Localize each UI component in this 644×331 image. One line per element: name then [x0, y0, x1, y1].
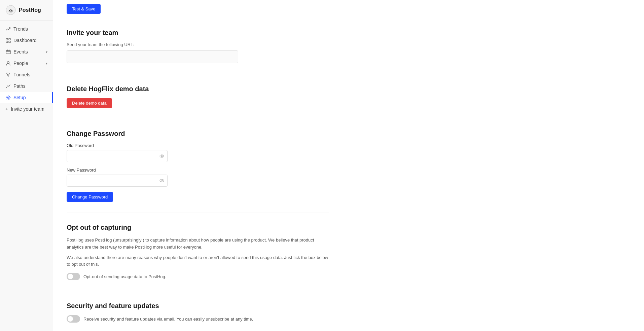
security-toggle-label: Receive security and feature updates via…	[83, 317, 253, 322]
old-password-wrap	[67, 150, 168, 162]
old-password-input[interactable]	[67, 150, 168, 162]
events-chevron: ▾	[46, 50, 47, 54]
new-password-wrap	[67, 175, 168, 187]
invite-label: Invite your team	[11, 106, 44, 112]
new-password-input[interactable]	[67, 175, 168, 187]
people-icon	[5, 61, 11, 66]
sidebar-item-paths[interactable]: Paths	[0, 80, 53, 92]
new-password-label: New Password	[67, 168, 329, 173]
opt-out-toggle[interactable]	[67, 273, 80, 280]
security-toggle-track[interactable]	[67, 315, 80, 323]
opt-out-toggle-track[interactable]	[67, 273, 80, 280]
invite-url-input[interactable]	[67, 50, 238, 63]
svg-rect-6	[6, 41, 8, 43]
main-content: Test & Save Invite your team Send your t…	[53, 0, 644, 331]
svg-rect-4	[6, 38, 8, 40]
opt-out-toggle-label: Opt-out of sending usage data to PostHog…	[83, 274, 166, 279]
sidebar-nav: Trends Dashboard	[0, 21, 53, 331]
trends-label: Trends	[13, 26, 28, 32]
svg-point-12	[7, 62, 9, 64]
old-password-group: Old Password	[67, 143, 329, 162]
svg-point-3	[9, 11, 12, 12]
svg-rect-5	[9, 38, 10, 40]
svg-rect-7	[9, 41, 10, 43]
invite-team-title: Invite your team	[67, 29, 329, 37]
posthog-logo-icon	[5, 5, 16, 15]
people-label: People	[13, 61, 28, 66]
sidebar-item-events[interactable]: Events ▾	[0, 46, 53, 58]
svg-point-17	[161, 180, 163, 181]
svg-point-2	[11, 10, 12, 11]
svg-rect-8	[6, 50, 10, 54]
sidebar-item-setup[interactable]: Setup	[0, 92, 53, 103]
opt-out-toggle-thumb	[68, 274, 73, 279]
change-password-title: Change Password	[67, 130, 329, 138]
old-password-eye-icon[interactable]	[159, 154, 164, 158]
setup-icon	[5, 95, 11, 100]
old-password-label: Old Password	[67, 143, 329, 148]
section-opt-out: Opt out of capturing PostHog uses PostHo…	[67, 213, 329, 291]
section-invite-team: Invite your team Send your team the foll…	[67, 18, 329, 74]
paths-icon	[5, 83, 11, 89]
sidebar-item-people[interactable]: People ▾	[0, 58, 53, 69]
dashboard-icon	[5, 38, 11, 43]
sidebar-item-trends[interactable]: Trends	[0, 23, 53, 35]
delete-demo-button[interactable]: Delete demo data	[67, 98, 112, 108]
sidebar: PostHog Trends Dashboard	[0, 0, 53, 331]
security-toggle[interactable]	[67, 315, 80, 323]
svg-point-0	[6, 5, 15, 15]
svg-point-16	[160, 179, 164, 182]
people-chevron: ▾	[46, 62, 47, 65]
invite-team-subtitle: Send your team the following URL:	[67, 42, 329, 47]
security-updates-title: Security and feature updates	[67, 302, 329, 310]
svg-point-13	[7, 97, 9, 98]
svg-point-14	[160, 155, 164, 157]
paths-label: Paths	[13, 83, 26, 89]
setup-label: Setup	[13, 95, 26, 100]
delete-demo-title: Delete HogFlix demo data	[67, 85, 329, 93]
new-password-group: New Password	[67, 168, 329, 187]
opt-out-toggle-row: Opt-out of sending usage data to PostHog…	[67, 273, 329, 280]
main-inner: Invite your team Send your team the foll…	[53, 18, 343, 331]
new-password-eye-icon[interactable]	[159, 178, 164, 183]
svg-point-15	[161, 155, 163, 157]
opt-out-text1: PostHog uses PostHog (unsurprisingly!) t…	[67, 237, 329, 251]
sidebar-invite-team[interactable]: + Invite your team	[0, 103, 53, 115]
section-security-updates: Security and feature updates Receive sec…	[67, 291, 329, 331]
app-logo: PostHog	[0, 0, 53, 21]
svg-point-1	[9, 10, 10, 11]
trends-icon	[5, 26, 11, 32]
events-label: Events	[13, 49, 28, 54]
sidebar-item-dashboard[interactable]: Dashboard	[0, 35, 53, 46]
funnels-label: Funnels	[13, 72, 30, 77]
funnels-icon	[5, 72, 11, 77]
security-toggle-thumb	[68, 316, 73, 322]
sidebar-item-funnels[interactable]: Funnels	[0, 69, 53, 80]
dashboard-label: Dashboard	[13, 38, 37, 43]
section-delete-demo: Delete HogFlix demo data Delete demo dat…	[67, 74, 329, 119]
events-icon	[5, 49, 11, 54]
opt-out-text2: We also understand there are many reason…	[67, 254, 329, 268]
test-save-button[interactable]: Test & Save	[67, 4, 101, 14]
app-title: PostHog	[19, 7, 41, 13]
security-toggle-row: Receive security and feature updates via…	[67, 315, 329, 323]
invite-plus-icon: +	[5, 106, 8, 112]
top-bar: Test & Save	[53, 0, 644, 18]
opt-out-title: Opt out of capturing	[67, 224, 329, 231]
change-password-button[interactable]: Change Password	[67, 192, 113, 202]
section-change-password: Change Password Old Password New Passwor…	[67, 119, 329, 213]
